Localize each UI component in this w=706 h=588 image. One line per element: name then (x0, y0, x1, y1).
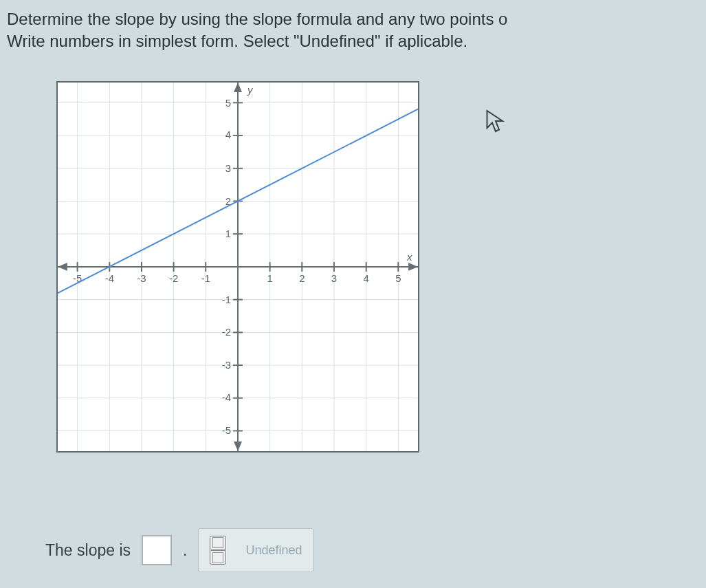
tick-label: 4 (364, 273, 369, 284)
tick-label: 5 (225, 98, 231, 109)
answer-prompt: The slope is (45, 541, 131, 560)
y-axis-label: y (247, 85, 254, 96)
answer-row: The slope is . Undefined (45, 528, 313, 572)
question-text: Determine the slope by using the slope f… (0, 0, 706, 61)
cursor-icon (485, 109, 506, 133)
tick-label: -2 (222, 327, 231, 338)
question-line2: Write numbers in simplest form. Select "… (7, 32, 467, 50)
tick-label: -4 (222, 393, 231, 404)
tick-label: 5 (395, 273, 401, 284)
slope-input[interactable] (142, 535, 172, 565)
arrow-left-icon (58, 263, 67, 271)
tick-label: 3 (225, 163, 231, 174)
tick-label: -3 (222, 360, 231, 371)
tick-label: 2 (299, 273, 305, 284)
period: . (183, 541, 187, 560)
undefined-button[interactable]: Undefined (245, 543, 302, 558)
fraction-button[interactable] (210, 536, 226, 565)
arrow-right-icon (408, 263, 418, 271)
arrow-up-icon (234, 83, 242, 92)
graph-svg: -5 -4 -3 -2 -1 1 2 3 4 5 5 4 3 2 1 -1 -2… (58, 83, 418, 451)
question-line1: Determine the slope by using the slope f… (7, 10, 507, 28)
tick-label: 4 (225, 129, 231, 140)
tick-label: 1 (225, 228, 231, 239)
tick-label: 3 (331, 273, 337, 284)
arrow-down-icon (234, 442, 242, 451)
tick-label: -5 (222, 425, 231, 436)
tick-label: -4 (105, 273, 114, 284)
tick-label: -1 (222, 294, 231, 305)
fraction-num-icon (212, 537, 223, 548)
tick-label: -1 (201, 273, 210, 284)
helper-toolbar: Undefined (198, 528, 313, 572)
tick-label: -2 (169, 273, 178, 284)
fraction-den-icon (212, 552, 223, 563)
x-axis-label: x (406, 252, 412, 263)
tick-label: 1 (267, 273, 273, 284)
tick-label: -3 (137, 273, 146, 284)
coordinate-plane: -5 -4 -3 -2 -1 1 2 3 4 5 5 4 3 2 1 -1 -2… (56, 81, 419, 453)
